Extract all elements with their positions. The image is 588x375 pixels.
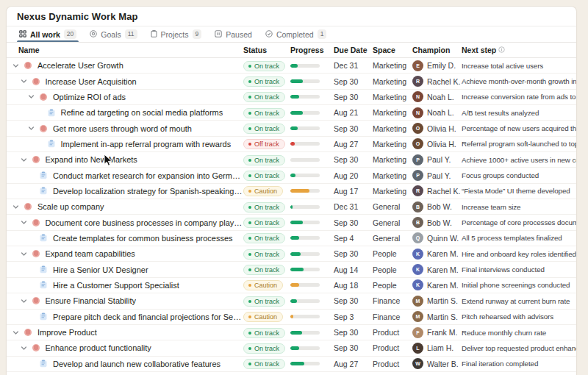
table-row[interactable]: Enhance product functionality On track S… <box>7 340 576 356</box>
table-row[interactable]: Expand team capabilities On track Sep 30… <box>7 246 576 262</box>
status-badge[interactable]: On track <box>243 108 285 118</box>
status-badge[interactable]: On track <box>243 265 285 275</box>
chevron-down-icon[interactable] <box>21 345 27 351</box>
chevron-down-icon[interactable] <box>12 329 19 336</box>
tab-goals[interactable]: Goals 11 <box>85 26 142 42</box>
name-cell[interactable]: Enhance product functionality <box>12 343 243 352</box>
status-badge[interactable]: On track <box>243 92 285 102</box>
champion-cell: M Martin S. <box>412 296 462 307</box>
next-step: Referral program soft-launched to top us… <box>462 140 576 148</box>
tab-paused[interactable]: Paused <box>209 26 257 42</box>
champion-cell: O Olivia H. <box>412 123 462 134</box>
status-badge[interactable]: On track <box>243 202 285 213</box>
status-badge[interactable]: On track <box>243 218 285 228</box>
progress-cell <box>290 299 334 303</box>
status-cell: Caution <box>243 311 290 322</box>
table-row[interactable]: Scale up company On track Dec 31 General… <box>7 199 576 215</box>
table-row[interactable]: Improve Product On track Sep 30 Product … <box>7 325 576 340</box>
chevron-down-icon[interactable] <box>12 204 19 210</box>
progress-cell <box>290 221 334 224</box>
chevron-down-icon[interactable] <box>12 63 19 69</box>
status-badge[interactable]: On track <box>243 249 285 260</box>
chevron-down-icon[interactable] <box>21 298 27 304</box>
name-cell[interactable]: Ensure Financial Stability <box>12 296 243 305</box>
status-badge[interactable]: On track <box>243 296 285 307</box>
name-cell[interactable]: Get more users through word of mouth <box>12 124 243 133</box>
status-badge[interactable]: Off track <box>243 139 285 149</box>
name-cell[interactable]: Develop localization strategy for Spanis… <box>12 187 243 196</box>
table-row[interactable]: Refine ad targeting on social media plat… <box>7 105 576 121</box>
progress-cell <box>290 331 334 335</box>
table-row[interactable]: Hire a Customer Support Specialist Cauti… <box>7 278 576 293</box>
table-row[interactable]: Document core business processes in comp… <box>7 215 576 230</box>
name-cell[interactable]: Document core business processes in comp… <box>12 218 243 227</box>
item-name: Refine ad targeting on social media plat… <box>61 108 223 117</box>
tab-all-work[interactable]: All work 20 <box>14 26 82 42</box>
table-row[interactable]: Ensure Financial Stability On track Sep … <box>7 293 576 309</box>
status-badge[interactable]: On track <box>243 155 285 165</box>
status-badge[interactable]: Caution <box>243 280 283 290</box>
status-badge[interactable]: On track <box>243 359 285 369</box>
chevron-down-icon[interactable] <box>28 93 35 100</box>
table-row[interactable]: Conduct market research for expansion in… <box>7 168 576 183</box>
name-cell[interactable]: Develop and launch new collaborative fea… <box>12 360 243 368</box>
progress-bar <box>290 205 320 209</box>
table-row[interactable]: Implement in-app referral program with r… <box>7 137 576 152</box>
project-icon <box>40 265 47 274</box>
table-row[interactable]: Optimize ROI of ads On track Sep 30 Mark… <box>7 90 576 105</box>
status-badge[interactable]: On track <box>243 233 285 243</box>
tab-completed[interactable]: Completed 1 <box>260 26 332 42</box>
name-cell[interactable]: Improve Product <box>12 328 243 337</box>
table-row[interactable]: Create templates for common business pro… <box>7 231 576 246</box>
space-label: Marketing <box>373 93 412 101</box>
table-row[interactable]: Hire a Senior UX Designer On track Aug 1… <box>7 262 576 277</box>
status-badge[interactable]: On track <box>243 61 285 71</box>
status-badge[interactable]: On track <box>243 171 285 181</box>
name-cell[interactable]: Prepare pitch deck and financial project… <box>12 312 243 321</box>
item-name: Expand into New Markets <box>46 155 137 164</box>
name-cell[interactable]: Hire a Customer Support Specialist <box>12 281 243 290</box>
name-cell[interactable]: Optimize ROI of ads <box>12 93 243 101</box>
table-row[interactable]: Develop and launch new collaborative fea… <box>7 357 576 372</box>
status-badge[interactable]: On track <box>243 328 285 338</box>
space-label: General <box>373 202 412 211</box>
chevron-down-icon[interactable] <box>21 157 27 163</box>
name-cell[interactable]: Conduct market research for expansion in… <box>12 171 243 180</box>
progress-cell <box>290 362 334 365</box>
status-badge[interactable]: Caution <box>243 312 283 322</box>
status-badge[interactable]: On track <box>243 124 285 134</box>
due-date: Aug 21 <box>334 108 373 117</box>
status-badge[interactable]: On track <box>243 76 285 87</box>
tab-projects[interactable]: Projects 9 <box>146 26 207 42</box>
name-cell[interactable]: Refine ad targeting on social media plat… <box>12 108 243 117</box>
col-header-champion: Champion <box>412 46 462 54</box>
name-cell[interactable]: Expand team capabilities <box>12 249 243 258</box>
space-label: Marketing <box>373 140 412 149</box>
table-row[interactable]: Get more users through word of mouth On … <box>7 121 576 136</box>
table-row[interactable]: Increase User Acquisition On track Sep 3… <box>7 74 576 89</box>
chevron-down-icon[interactable] <box>28 125 35 132</box>
status-badge[interactable]: Caution <box>243 186 283 196</box>
table-row[interactable]: Accelerate User Growth On track Dec 31 M… <box>7 58 576 74</box>
status-cell: On track <box>243 154 290 165</box>
name-cell[interactable]: Implement in-app referral program with r… <box>12 140 243 149</box>
status-badge[interactable]: On track <box>243 343 285 354</box>
chevron-down-icon[interactable] <box>21 219 27 226</box>
table-header: Name Status Progress Due Date Space Cham… <box>7 43 576 58</box>
name-cell[interactable]: Increase User Acquisition <box>12 77 243 86</box>
table-row[interactable]: Expand into New Markets On track Sep 30 … <box>7 152 576 168</box>
table-body: Accelerate User Growth On track Dec 31 M… <box>7 58 576 372</box>
name-cell[interactable]: Hire a Senior UX Designer <box>12 265 243 274</box>
champion-cell: P Paul Y. <box>412 154 462 165</box>
name-cell[interactable]: Scale up company <box>12 202 243 211</box>
progress-bar <box>290 268 320 271</box>
avatar: K <box>412 249 423 260</box>
table-row[interactable]: Develop localization strategy for Spanis… <box>7 184 576 199</box>
name-cell[interactable]: Create templates for common business pro… <box>12 234 243 243</box>
chevron-down-icon[interactable] <box>21 251 27 257</box>
due-date: Sep 30 <box>334 77 373 86</box>
name-cell[interactable]: Expand into New Markets <box>12 155 243 164</box>
chevron-down-icon[interactable] <box>21 78 27 85</box>
table-row[interactable]: Prepare pitch deck and financial project… <box>7 310 576 325</box>
name-cell[interactable]: Accelerate User Growth <box>12 61 243 70</box>
